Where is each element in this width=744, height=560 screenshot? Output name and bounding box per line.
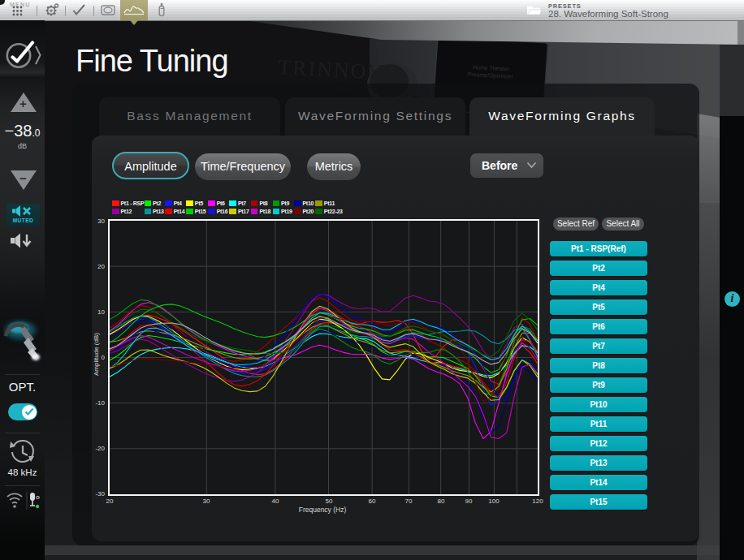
svg-text:ON: ON (36, 495, 40, 500)
